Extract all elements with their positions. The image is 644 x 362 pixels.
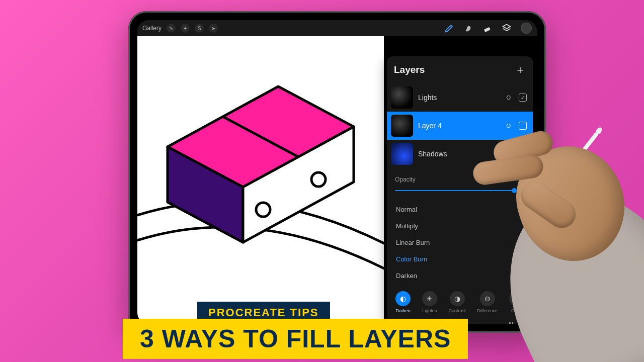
layer-visibility-checkbox[interactable] [519,150,527,158]
layer-visibility-checkbox[interactable] [519,122,527,130]
svg-point-5 [256,203,270,217]
category-darken[interactable]: ◐ Darken [395,291,411,313]
color-icon: ≡ [509,291,524,306]
category-label: Lighten [422,308,437,313]
ipad-device: Gallery ✎ ✦ S ➤ [128,11,546,333]
gallery-button[interactable]: Gallery [142,25,162,32]
canvas-area[interactable]: Layers ＋ Lights O Layer 4 O [137,36,537,324]
category-label: Darken [396,308,411,313]
category-contrast[interactable]: ◑ Contrast [449,291,466,313]
smudge-icon[interactable] [463,23,473,33]
layer-row-lights[interactable]: Lights O [387,83,533,112]
blend-mode-item[interactable]: Multiply [387,218,533,234]
blend-mode-item[interactable]: Linear Burn [387,234,533,251]
layer-name: Lights [418,94,501,102]
layer-thumb [391,115,413,137]
opacity-label: Opacity [395,176,525,183]
svg-rect-0 [484,27,491,32]
layers-panel: Layers ＋ Lights O Layer 4 O [387,56,533,324]
blend-mode-item[interactable]: Color Burn [387,251,533,267]
select-icon[interactable]: S [195,24,204,33]
category-color[interactable]: ≡ Color [509,291,524,313]
add-layer-button[interactable]: ＋ [515,62,526,77]
adjust-icon[interactable]: ✦ [181,24,190,33]
contrast-icon: ◑ [450,291,465,306]
title-banner: 3 WAYS TO FILL LAYERS [123,319,468,359]
blend-mode-item[interactable]: Darken [387,267,533,284]
transform-icon[interactable]: ➤ [209,24,218,33]
sun-icon: ☀ [422,291,437,306]
opacity-control: Opacity [387,168,533,199]
layers-icon[interactable] [502,23,512,33]
brush-icon[interactable] [444,23,454,33]
layer-name: Layer 4 [418,122,501,130]
footer-mode-short: N [509,321,513,324]
category-label: Difference [477,308,498,313]
eraser-icon[interactable] [482,23,493,33]
difference-icon: ⊖ [480,291,495,306]
svg-point-6 [311,172,326,187]
layer-thumb [391,143,413,165]
procreate-screen: Gallery ✎ ✦ S ➤ [137,20,537,324]
layer-thumb [391,86,413,109]
category-difference[interactable]: ⊖ Difference [477,291,498,313]
blend-mode-item[interactable]: Normal [387,201,533,218]
layer-name: Shadows [418,150,499,158]
layer-row-shadows[interactable]: Shadows Cb [387,140,533,168]
moon-icon: ◐ [395,291,411,306]
wrench-icon[interactable]: ✎ [167,24,176,33]
opacity-slider[interactable] [395,187,525,194]
sidebar-slider[interactable] [533,147,536,278]
artboard[interactable] [137,36,384,323]
thumbnail-stage: Gallery ✎ ✦ S ➤ [0,0,644,362]
category-lighten[interactable]: ☀ Lighten [422,291,437,313]
layer-blend-short: Cb [504,151,511,157]
layer-blend-short: O [506,123,511,129]
category-label: Contrast [449,308,466,313]
blend-mode-list: Normal Multiply Linear Burn Color Burn D… [387,199,533,286]
footer-visibility-checkbox[interactable] [518,320,526,324]
layers-title: Layers [394,64,425,75]
layer-blend-short: O [506,95,511,101]
layer-row-layer4[interactable]: Layer 4 O [387,112,533,140]
category-label: Color [511,308,522,313]
color-icon[interactable] [521,23,532,34]
top-toolbar: Gallery ✎ ✦ S ➤ [137,20,537,36]
blend-category-row: ◐ Darken ☀ Lighten ◑ Contrast ⊖ [387,286,533,316]
layer-visibility-checkbox[interactable] [519,94,527,102]
